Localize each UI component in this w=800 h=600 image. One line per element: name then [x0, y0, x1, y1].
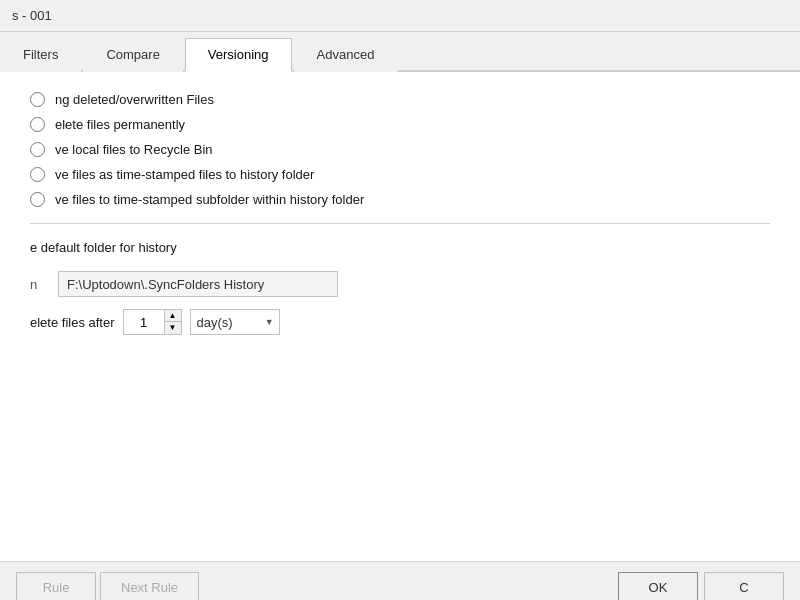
- spinner-up-button[interactable]: ▲: [165, 310, 181, 322]
- tab-advanced[interactable]: Advanced: [294, 38, 398, 72]
- history-path-label: n: [30, 277, 50, 292]
- delete-row: elete files after ▲ ▼ day(s) week(s) mon…: [30, 309, 770, 335]
- radio-timestamp-history[interactable]: ve files as time-stamped files to histor…: [30, 167, 770, 182]
- radio-timestamp-subfolder[interactable]: ve files to time-stamped subfolder withi…: [30, 192, 770, 207]
- footer: Rule Next Rule OK C: [0, 561, 800, 600]
- radio-permanent[interactable]: elete files permanently: [30, 117, 770, 132]
- ok-label: OK: [649, 580, 668, 595]
- spinner-buttons: ▲ ▼: [164, 310, 181, 334]
- unit-select-wrapper: day(s) week(s) month(s): [190, 309, 280, 335]
- next-rule-button[interactable]: Next Rule: [100, 572, 199, 600]
- radio-recycle[interactable]: ve local files to Recycle Bin: [30, 142, 770, 157]
- radio-recycle-label: ve local files to Recycle Bin: [55, 142, 213, 157]
- tab-compare-label: Compare: [106, 47, 159, 62]
- radio-timestamp-history-label: ve files as time-stamped files to histor…: [55, 167, 314, 182]
- tab-advanced-label: Advanced: [317, 47, 375, 62]
- content-area: ng deleted/overwritten Files elete files…: [0, 72, 800, 355]
- history-path-row: n: [30, 271, 770, 297]
- tab-bar: Filters Compare Versioning Advanced: [0, 32, 800, 72]
- tab-versioning-label: Versioning: [208, 47, 269, 62]
- prev-rule-button[interactable]: Rule: [16, 572, 96, 600]
- history-title: e default folder for history: [30, 240, 770, 255]
- unit-select[interactable]: day(s) week(s) month(s): [190, 309, 280, 335]
- radio-timestamp-subfolder-label: ve files to time-stamped subfolder withi…: [55, 192, 364, 207]
- cancel-label: C: [739, 580, 748, 595]
- title-bar: s - 001: [0, 0, 800, 32]
- footer-left: Rule Next Rule: [16, 572, 199, 600]
- history-section: e default folder for history n elete fil…: [30, 240, 770, 335]
- footer-right: OK C: [618, 572, 784, 600]
- divider: [30, 223, 770, 224]
- spinner-container: ▲ ▼: [123, 309, 182, 335]
- radio-permanent-label: elete files permanently: [55, 117, 185, 132]
- radio-timestamp-subfolder-input[interactable]: [30, 192, 45, 207]
- tab-versioning[interactable]: Versioning: [185, 38, 292, 72]
- radio-ignore-label: ng deleted/overwritten Files: [55, 92, 214, 107]
- prev-rule-label: Rule: [43, 580, 70, 595]
- next-rule-label: Next Rule: [121, 580, 178, 595]
- delete-label: elete files after: [30, 315, 115, 330]
- radio-permanent-input[interactable]: [30, 117, 45, 132]
- ok-button[interactable]: OK: [618, 572, 698, 600]
- tab-filters[interactable]: Filters: [0, 38, 81, 72]
- spinner-input[interactable]: [124, 310, 164, 334]
- title-text: s - 001: [12, 8, 52, 23]
- radio-group: ng deleted/overwritten Files elete files…: [30, 92, 770, 207]
- history-title-text: e default folder for history: [30, 240, 177, 255]
- radio-timestamp-history-input[interactable]: [30, 167, 45, 182]
- history-path-input[interactable]: [58, 271, 338, 297]
- radio-ignore-input[interactable]: [30, 92, 45, 107]
- tab-filters-label: Filters: [23, 47, 58, 62]
- radio-recycle-input[interactable]: [30, 142, 45, 157]
- radio-ignore[interactable]: ng deleted/overwritten Files: [30, 92, 770, 107]
- cancel-button[interactable]: C: [704, 572, 784, 600]
- spinner-down-button[interactable]: ▼: [165, 322, 181, 334]
- tab-compare[interactable]: Compare: [83, 38, 182, 72]
- main-content: ng deleted/overwritten Files elete files…: [0, 72, 800, 600]
